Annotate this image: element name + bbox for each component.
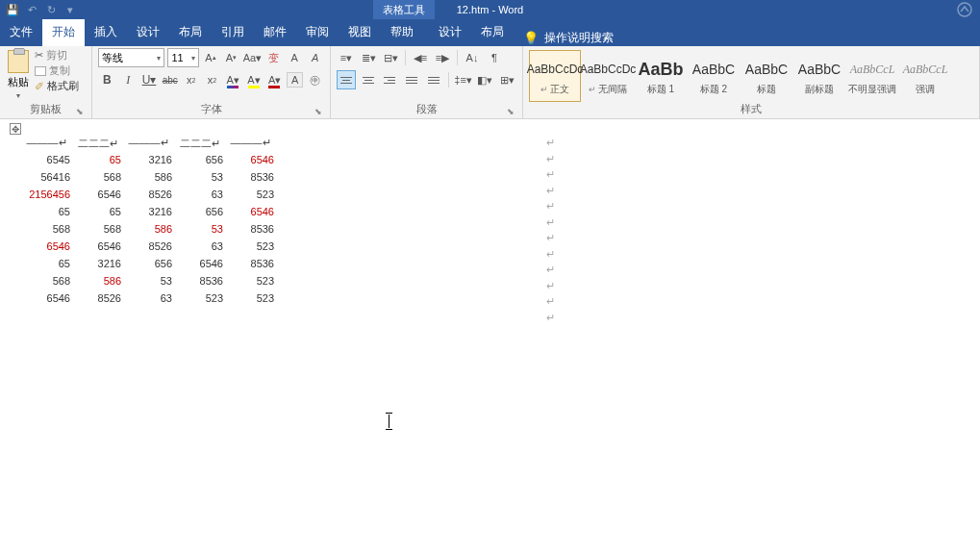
tab-help[interactable]: 帮助 bbox=[381, 18, 423, 46]
increase-indent-button[interactable]: ≡▶ bbox=[433, 48, 452, 67]
data-table[interactable]: ———↵二二二↵———↵二二二↵———↵65456532166566546564… bbox=[21, 137, 980, 307]
underline-button[interactable]: U▾ bbox=[140, 70, 159, 89]
table-cell[interactable]: 56416 bbox=[21, 168, 72, 186]
table-cell[interactable]: 65 bbox=[21, 203, 72, 220]
borders-button[interactable]: ⊞▾ bbox=[497, 70, 516, 89]
table-cell[interactable]: 6546 bbox=[225, 203, 276, 220]
table-cell[interactable]: 523 bbox=[174, 289, 225, 307]
table-cell[interactable]: 8526 bbox=[123, 186, 174, 203]
table-row[interactable]: 65456532166566546 bbox=[21, 151, 980, 168]
clear-format-button[interactable]: A bbox=[306, 48, 324, 67]
grow-font-button[interactable]: A▴ bbox=[202, 48, 220, 67]
table-cell[interactable]: 3216 bbox=[72, 255, 123, 272]
table-header-cell[interactable]: ———↵ bbox=[225, 137, 276, 151]
paste-button[interactable]: 粘贴 ▾ bbox=[6, 48, 31, 102]
table-cell[interactable]: 656 bbox=[174, 203, 225, 220]
table-cell[interactable]: 656 bbox=[174, 151, 225, 168]
align-left-button[interactable] bbox=[337, 70, 356, 89]
char-shading-button[interactable]: A bbox=[287, 72, 303, 88]
font-name-combo[interactable]: 等线▾ bbox=[98, 48, 164, 67]
italic-button[interactable]: I bbox=[119, 70, 138, 89]
line-spacing-button[interactable]: ‡≡▾ bbox=[454, 70, 473, 89]
table-cell[interactable]: 8536 bbox=[174, 272, 225, 289]
tab-insert[interactable]: 插入 bbox=[85, 18, 127, 46]
table-cell[interactable]: 6546 bbox=[225, 151, 276, 168]
table-row[interactable]: 21564566546852663523 bbox=[21, 186, 980, 203]
table-cell[interactable]: 53 bbox=[174, 168, 225, 186]
tab-layout[interactable]: 布局 bbox=[169, 18, 212, 46]
show-marks-button[interactable]: ¶ bbox=[485, 48, 504, 67]
superscript-button[interactable]: x2 bbox=[203, 70, 221, 89]
styles-gallery[interactable]: AaBbCcDc↵正文AaBbCcDc↵无间隔AaBb标题 1AaBbC标题 2… bbox=[529, 48, 973, 102]
style-标题[interactable]: AaBbC标题 bbox=[741, 50, 792, 102]
document-area[interactable]: ✥ ———↵二二二↵———↵二二二↵———↵654565321665665465… bbox=[0, 119, 980, 307]
multilevel-button[interactable]: ⊟▾ bbox=[381, 48, 400, 67]
table-row[interactable]: 65321665665468536 bbox=[21, 255, 980, 272]
table-cell[interactable]: 586 bbox=[123, 220, 174, 238]
style-标题 2[interactable]: AaBbC标题 2 bbox=[688, 50, 740, 102]
table-cell[interactable]: 63 bbox=[174, 186, 225, 203]
style-不明显强调[interactable]: AaBbCcL不明显强调 bbox=[846, 50, 898, 102]
tab-home[interactable]: 开始 bbox=[42, 18, 85, 46]
table-cell[interactable]: 6546 bbox=[72, 238, 123, 255]
table-header-cell[interactable]: ———↵ bbox=[123, 137, 174, 151]
shrink-font-button[interactable]: A▾ bbox=[222, 48, 240, 67]
table-cell[interactable]: 586 bbox=[72, 272, 123, 289]
table-cell[interactable]: 53 bbox=[174, 220, 225, 238]
table-cell[interactable]: 586 bbox=[123, 168, 174, 186]
text-effects-button[interactable]: A▾ bbox=[224, 70, 242, 89]
tab-file[interactable]: 文件 bbox=[0, 18, 42, 46]
phonetic-button[interactable]: 变 bbox=[264, 48, 283, 67]
tab-mailings[interactable]: 邮件 bbox=[254, 18, 296, 46]
align-center-button[interactable] bbox=[359, 70, 378, 89]
format-painter-button[interactable]: ✐格式刷 bbox=[35, 79, 79, 93]
save-button[interactable]: 💾 bbox=[4, 1, 21, 18]
table-cell[interactable]: 568 bbox=[72, 168, 123, 186]
numbering-button[interactable]: ≣▾ bbox=[359, 48, 378, 67]
decrease-indent-button[interactable]: ◀≡ bbox=[411, 48, 430, 67]
table-cell[interactable]: 2156456 bbox=[21, 186, 72, 203]
font-color-button[interactable]: A▾ bbox=[265, 70, 284, 89]
redo-button[interactable]: ↻ bbox=[42, 1, 60, 18]
table-cell[interactable]: 656 bbox=[123, 255, 174, 272]
style-副标题[interactable]: AaBbC副标题 bbox=[793, 50, 845, 102]
table-cell[interactable]: 63 bbox=[174, 238, 225, 255]
align-distribute-button[interactable] bbox=[424, 70, 443, 89]
style-强调[interactable]: AaBbCcL强调 bbox=[899, 50, 951, 102]
align-right-button[interactable] bbox=[381, 70, 400, 89]
table-cell[interactable]: 65 bbox=[72, 203, 123, 220]
table-cell[interactable]: 568 bbox=[21, 272, 72, 289]
undo-button[interactable]: ↶ bbox=[23, 1, 40, 18]
table-row[interactable]: 6546852663523523 bbox=[21, 289, 980, 307]
table-cell[interactable]: 6546 bbox=[72, 186, 123, 203]
cut-button[interactable]: ✂剪切 bbox=[35, 48, 79, 63]
table-cell[interactable]: 6546 bbox=[174, 255, 225, 272]
paragraph-launcher[interactable]: ⬊ bbox=[507, 107, 515, 116]
copy-button[interactable]: 复制 bbox=[35, 63, 79, 78]
style-标题 1[interactable]: AaBb标题 1 bbox=[635, 50, 687, 102]
table-cell[interactable]: 523 bbox=[225, 289, 276, 307]
table-cell[interactable]: 63 bbox=[123, 289, 174, 307]
table-cell[interactable]: 523 bbox=[225, 238, 276, 255]
font-launcher[interactable]: ⬊ bbox=[314, 107, 322, 116]
table-row[interactable]: 56416568586538536 bbox=[21, 168, 980, 186]
table-row[interactable]: 568568586538536 bbox=[21, 220, 980, 238]
align-justify-button[interactable] bbox=[402, 70, 421, 89]
table-cell[interactable]: 3216 bbox=[123, 203, 174, 220]
table-cell[interactable]: 6546 bbox=[21, 289, 72, 307]
enclose-char-button[interactable]: ㊥ bbox=[306, 70, 324, 89]
table-cell[interactable]: 6545 bbox=[21, 151, 72, 168]
table-cell[interactable]: 568 bbox=[21, 220, 72, 238]
table-cell[interactable]: 3216 bbox=[123, 151, 174, 168]
table-cell[interactable]: 65 bbox=[21, 255, 72, 272]
table-row[interactable]: 65466546852663523 bbox=[21, 238, 980, 255]
table-header-cell[interactable]: 二二二↵ bbox=[72, 137, 123, 151]
tab-design[interactable]: 设计 bbox=[127, 18, 169, 46]
font-size-combo[interactable]: 11▾ bbox=[167, 48, 198, 67]
tab-view[interactable]: 视图 bbox=[339, 18, 381, 46]
bullets-button[interactable]: ≡▾ bbox=[337, 48, 356, 67]
char-border-button[interactable]: A bbox=[286, 48, 304, 67]
table-cell[interactable]: 8526 bbox=[72, 289, 123, 307]
table-header-cell[interactable]: ———↵ bbox=[21, 137, 72, 151]
table-cell[interactable]: 523 bbox=[225, 186, 276, 203]
